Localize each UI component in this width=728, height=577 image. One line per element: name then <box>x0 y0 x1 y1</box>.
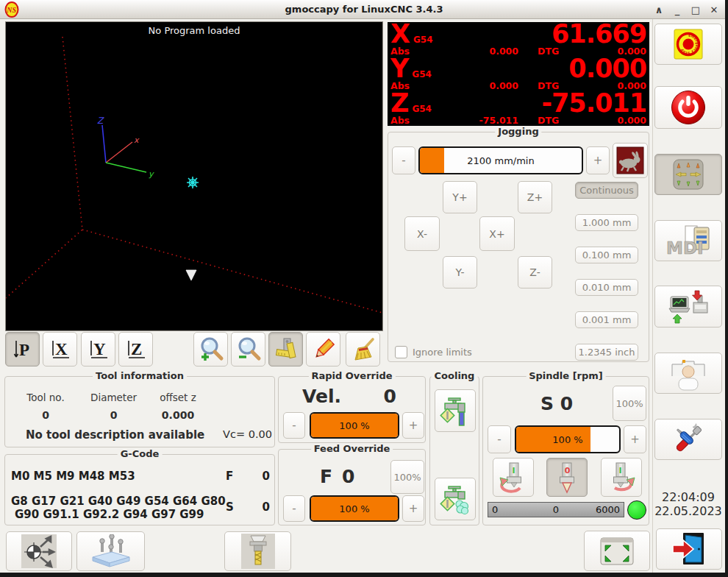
dro-y-value: 0.000 <box>568 57 646 80</box>
s-label: S <box>226 500 234 514</box>
touch-plate-icon <box>90 534 132 568</box>
emergency-stop-button[interactable]: Emergency Stop <box>654 24 722 65</box>
mist-coolant-button[interactable] <box>435 478 476 520</box>
spindle-cw-button[interactable]: I <box>601 458 642 497</box>
increment-inch-button[interactable]: 1.2345 inch <box>575 344 638 361</box>
title-bar: NS gmoccapy for LinuxCNC 3.4.3 ∧ _ □ ✕ <box>0 0 728 19</box>
jog-speed-minus-button[interactable]: - <box>392 146 415 174</box>
tool-settings-button[interactable] <box>224 531 291 571</box>
dro-x-system: G54 <box>413 35 433 45</box>
zoom-out-button[interactable] <box>231 332 265 367</box>
spindle-title: Spindle [rpm] <box>526 370 606 381</box>
dro-z-dtg-value: 0.000 <box>563 116 646 126</box>
show-dimensions-button[interactable] <box>268 332 303 367</box>
jog-speed-plus-button[interactable]: + <box>586 146 610 174</box>
dro-axis-x[interactable]: X G54 61.669 Abs 0.000 DTG 0.000 <box>389 23 648 57</box>
jog-x-plus-button[interactable]: X+ <box>479 216 515 251</box>
jog-x-minus-button[interactable]: X- <box>404 216 440 251</box>
close-button[interactable]: ✕ <box>706 2 722 17</box>
clock-date: 22.05.2023 <box>654 504 722 518</box>
spindle-stop-button[interactable]: 0 <box>546 458 588 497</box>
pencil-icon <box>311 337 336 362</box>
maximize-button[interactable]: □ <box>688 2 704 17</box>
block-height-button[interactable] <box>76 531 145 571</box>
feed-override-title: Feed Override <box>311 443 393 454</box>
dro-axis-y[interactable]: Y G54 0.000 Abs 0.000 DTG 0.000 <box>389 57 648 92</box>
feed-reset-100-button[interactable]: 100% <box>390 460 424 494</box>
clear-plot-button[interactable] <box>346 332 380 367</box>
operator-icon <box>668 355 709 391</box>
ignore-limits-checkbox[interactable] <box>395 346 407 358</box>
gcode-frame: G-Code M0 M5 M9 M48 M53 F 0 G8 G17 G21 G… <box>4 454 275 525</box>
increment-0001mm-button[interactable]: 0.001 mm <box>575 311 638 328</box>
broom-icon <box>351 337 376 362</box>
diameter-value: 0 <box>82 409 145 421</box>
view-x-button[interactable]: X <box>43 332 77 367</box>
auto-mode-button[interactable] <box>654 286 722 328</box>
feed-f-value: 0 <box>342 466 354 487</box>
rapid-override-title: Rapid Override <box>308 370 395 381</box>
increment-01mm-button[interactable]: 0.100 mm <box>575 247 638 263</box>
machine-on-button[interactable] <box>654 86 722 129</box>
mdi-mode-button[interactable]: MDI <box>654 220 722 261</box>
svg-text:Z: Z <box>131 340 142 358</box>
setup-user-button[interactable] <box>654 353 722 394</box>
jog-speed-slider[interactable]: 2100 mm/min <box>418 146 583 174</box>
feed-minus-button[interactable]: - <box>283 495 305 522</box>
jog-z-minus-button[interactable]: Z- <box>518 256 552 288</box>
jog-fast-rabbit-button[interactable] <box>613 143 648 178</box>
touch-off-icon <box>21 534 57 568</box>
increment-continuous-button[interactable]: Continuous <box>575 182 638 199</box>
spindle-ccw-button[interactable]: I <box>493 458 534 497</box>
spindle-reset-100-button[interactable]: 100% <box>613 386 646 421</box>
jogging-frame-title: Jogging <box>495 126 541 137</box>
draw-path-button[interactable] <box>306 332 340 367</box>
feed-override-slider[interactable]: 100 % <box>310 495 399 522</box>
jog-y-plus-button[interactable]: Y+ <box>443 181 477 213</box>
spindle-plus-button[interactable]: + <box>624 425 646 453</box>
feed-plus-button[interactable]: + <box>402 495 424 522</box>
fullscreen-button[interactable] <box>584 531 650 571</box>
rapid-minus-button[interactable]: - <box>283 412 305 439</box>
spindle-override-slider[interactable]: 100 % <box>515 425 621 453</box>
touch-off-button[interactable] <box>6 531 72 571</box>
gcode-title: G-Code <box>118 448 163 459</box>
no-program-message: No Program loaded <box>149 25 240 36</box>
svg-text:I: I <box>513 466 515 475</box>
rapid-override-slider[interactable]: 100 % <box>310 412 399 439</box>
view-y-button[interactable]: Y <box>81 332 115 367</box>
tool-description: No tool description available <box>26 428 204 442</box>
increment-1mm-button[interactable]: 1.000 mm <box>575 214 638 231</box>
manual-mode-button[interactable] <box>654 154 722 195</box>
settings-button[interactable] <box>654 419 722 460</box>
dro-z-dtg-label: DTG <box>518 116 563 126</box>
increment-001mm-button[interactable]: 0.010 mm <box>575 279 638 296</box>
view-z-button[interactable]: Z <box>118 332 153 367</box>
spindle-override-value: 100 % <box>516 427 619 452</box>
view-perspective-button[interactable]: P <box>5 332 40 367</box>
jog-y-minus-button[interactable]: Y- <box>443 256 477 288</box>
zoom-in-button[interactable] <box>193 332 228 367</box>
jog-z-plus-button[interactable]: Z+ <box>518 181 552 213</box>
window-edge-bottom <box>0 573 728 577</box>
spindle-minus-button[interactable]: - <box>488 425 511 453</box>
vel-label: Vel. <box>302 386 341 407</box>
window-edge-right <box>725 0 728 577</box>
panel-divider <box>652 19 653 573</box>
rapid-plus-button[interactable]: + <box>402 412 424 439</box>
rapid-override-frame: Rapid Override Vel. 0 - 100 % + <box>278 376 426 443</box>
dro-x-abs-value: 0.000 <box>415 46 518 57</box>
gremlin-preview-canvas[interactable]: No Program loaded Z x y <box>5 21 383 331</box>
dro-axis-z[interactable]: Z G54 -75.011 Abs -75.011 DTG 0.000 <box>389 92 648 127</box>
rollup-button[interactable]: ∧ <box>651 2 667 17</box>
flood-coolant-button[interactable] <box>435 389 476 432</box>
dro-z-abs-label: Abs <box>390 116 415 126</box>
ruler-icon <box>274 337 299 362</box>
dro-z-letter: Z <box>390 92 409 114</box>
minimize-button[interactable]: _ <box>669 2 685 17</box>
exit-button[interactable] <box>656 528 722 570</box>
svg-text:P: P <box>19 341 29 359</box>
zoom-in-icon <box>198 336 224 363</box>
y-axis-line <box>106 163 146 172</box>
tool-cone <box>186 270 196 280</box>
